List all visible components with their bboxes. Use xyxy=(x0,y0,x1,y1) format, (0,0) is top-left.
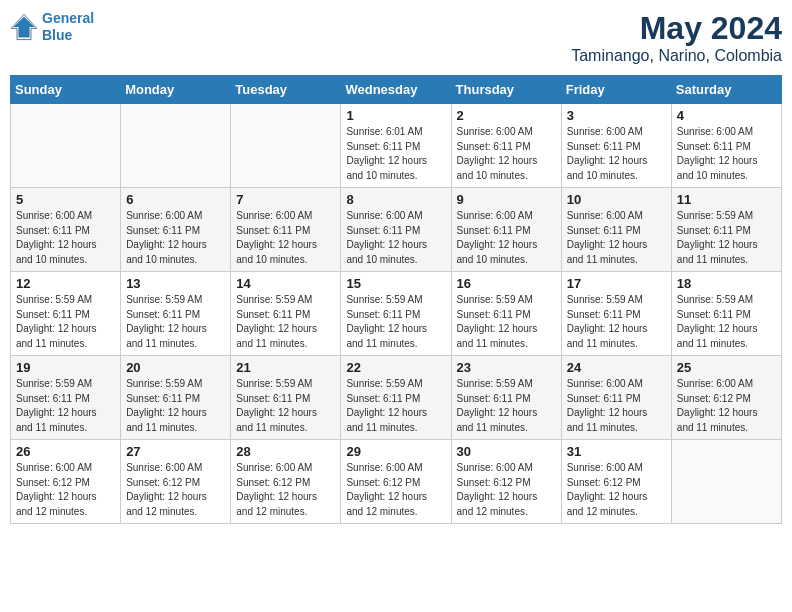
day-info: Sunrise: 5:59 AM Sunset: 6:11 PM Dayligh… xyxy=(16,377,115,435)
day-info: Sunrise: 5:59 AM Sunset: 6:11 PM Dayligh… xyxy=(16,293,115,351)
day-number: 23 xyxy=(457,360,556,375)
day-of-week-header: Wednesday xyxy=(341,76,451,104)
day-number: 31 xyxy=(567,444,666,459)
calendar-cell xyxy=(11,104,121,188)
calendar-cell: 31Sunrise: 6:00 AM Sunset: 6:12 PM Dayli… xyxy=(561,440,671,524)
day-number: 25 xyxy=(677,360,776,375)
day-info: Sunrise: 5:59 AM Sunset: 6:11 PM Dayligh… xyxy=(346,377,445,435)
day-info: Sunrise: 6:00 AM Sunset: 6:11 PM Dayligh… xyxy=(457,209,556,267)
day-info: Sunrise: 5:59 AM Sunset: 6:11 PM Dayligh… xyxy=(236,293,335,351)
calendar-week-row: 26Sunrise: 6:00 AM Sunset: 6:12 PM Dayli… xyxy=(11,440,782,524)
calendar-cell: 9Sunrise: 6:00 AM Sunset: 6:11 PM Daylig… xyxy=(451,188,561,272)
calendar-cell: 25Sunrise: 6:00 AM Sunset: 6:12 PM Dayli… xyxy=(671,356,781,440)
day-info: Sunrise: 6:00 AM Sunset: 6:12 PM Dayligh… xyxy=(126,461,225,519)
title-area: May 2024 Taminango, Narino, Colombia xyxy=(571,10,782,65)
calendar-cell: 7Sunrise: 6:00 AM Sunset: 6:11 PM Daylig… xyxy=(231,188,341,272)
day-info: Sunrise: 6:00 AM Sunset: 6:12 PM Dayligh… xyxy=(236,461,335,519)
logo: General Blue xyxy=(10,10,94,44)
calendar-cell: 29Sunrise: 6:00 AM Sunset: 6:12 PM Dayli… xyxy=(341,440,451,524)
day-info: Sunrise: 5:59 AM Sunset: 6:11 PM Dayligh… xyxy=(126,293,225,351)
page-header: General Blue May 2024 Taminango, Narino,… xyxy=(10,10,782,65)
day-number: 16 xyxy=(457,276,556,291)
day-number: 21 xyxy=(236,360,335,375)
day-number: 15 xyxy=(346,276,445,291)
calendar-cell: 20Sunrise: 5:59 AM Sunset: 6:11 PM Dayli… xyxy=(121,356,231,440)
day-number: 17 xyxy=(567,276,666,291)
day-info: Sunrise: 5:59 AM Sunset: 6:11 PM Dayligh… xyxy=(457,377,556,435)
day-number: 26 xyxy=(16,444,115,459)
calendar-cell: 30Sunrise: 6:00 AM Sunset: 6:12 PM Dayli… xyxy=(451,440,561,524)
day-number: 20 xyxy=(126,360,225,375)
calendar-cell xyxy=(671,440,781,524)
calendar-cell: 8Sunrise: 6:00 AM Sunset: 6:11 PM Daylig… xyxy=(341,188,451,272)
calendar-cell: 2Sunrise: 6:00 AM Sunset: 6:11 PM Daylig… xyxy=(451,104,561,188)
day-number: 14 xyxy=(236,276,335,291)
calendar-week-row: 12Sunrise: 5:59 AM Sunset: 6:11 PM Dayli… xyxy=(11,272,782,356)
day-info: Sunrise: 6:00 AM Sunset: 6:11 PM Dayligh… xyxy=(567,209,666,267)
day-info: Sunrise: 5:59 AM Sunset: 6:11 PM Dayligh… xyxy=(126,377,225,435)
day-of-week-header: Thursday xyxy=(451,76,561,104)
calendar-cell: 4Sunrise: 6:00 AM Sunset: 6:11 PM Daylig… xyxy=(671,104,781,188)
day-info: Sunrise: 6:00 AM Sunset: 6:12 PM Dayligh… xyxy=(567,461,666,519)
day-info: Sunrise: 6:00 AM Sunset: 6:11 PM Dayligh… xyxy=(677,125,776,183)
day-number: 3 xyxy=(567,108,666,123)
day-of-week-header: Friday xyxy=(561,76,671,104)
calendar-cell: 23Sunrise: 5:59 AM Sunset: 6:11 PM Dayli… xyxy=(451,356,561,440)
calendar-cell: 16Sunrise: 5:59 AM Sunset: 6:11 PM Dayli… xyxy=(451,272,561,356)
day-info: Sunrise: 5:59 AM Sunset: 6:11 PM Dayligh… xyxy=(236,377,335,435)
day-number: 2 xyxy=(457,108,556,123)
calendar-table: SundayMondayTuesdayWednesdayThursdayFrid… xyxy=(10,75,782,524)
calendar-cell: 1Sunrise: 6:01 AM Sunset: 6:11 PM Daylig… xyxy=(341,104,451,188)
day-number: 9 xyxy=(457,192,556,207)
calendar-cell: 6Sunrise: 6:00 AM Sunset: 6:11 PM Daylig… xyxy=(121,188,231,272)
day-info: Sunrise: 5:59 AM Sunset: 6:11 PM Dayligh… xyxy=(346,293,445,351)
calendar-cell: 24Sunrise: 6:00 AM Sunset: 6:11 PM Dayli… xyxy=(561,356,671,440)
day-info: Sunrise: 6:00 AM Sunset: 6:11 PM Dayligh… xyxy=(567,377,666,435)
day-info: Sunrise: 5:59 AM Sunset: 6:11 PM Dayligh… xyxy=(457,293,556,351)
day-info: Sunrise: 6:00 AM Sunset: 6:11 PM Dayligh… xyxy=(567,125,666,183)
calendar-week-row: 19Sunrise: 5:59 AM Sunset: 6:11 PM Dayli… xyxy=(11,356,782,440)
calendar-cell: 3Sunrise: 6:00 AM Sunset: 6:11 PM Daylig… xyxy=(561,104,671,188)
calendar-cell: 11Sunrise: 5:59 AM Sunset: 6:11 PM Dayli… xyxy=(671,188,781,272)
calendar-cell xyxy=(121,104,231,188)
calendar-cell: 22Sunrise: 5:59 AM Sunset: 6:11 PM Dayli… xyxy=(341,356,451,440)
day-number: 22 xyxy=(346,360,445,375)
calendar-cell: 28Sunrise: 6:00 AM Sunset: 6:12 PM Dayli… xyxy=(231,440,341,524)
day-number: 11 xyxy=(677,192,776,207)
calendar-week-row: 5Sunrise: 6:00 AM Sunset: 6:11 PM Daylig… xyxy=(11,188,782,272)
day-info: Sunrise: 5:59 AM Sunset: 6:11 PM Dayligh… xyxy=(567,293,666,351)
day-number: 13 xyxy=(126,276,225,291)
logo-text: General Blue xyxy=(42,10,94,44)
calendar-week-row: 1Sunrise: 6:01 AM Sunset: 6:11 PM Daylig… xyxy=(11,104,782,188)
day-number: 4 xyxy=(677,108,776,123)
day-number: 30 xyxy=(457,444,556,459)
day-info: Sunrise: 6:00 AM Sunset: 6:11 PM Dayligh… xyxy=(236,209,335,267)
day-info: Sunrise: 6:00 AM Sunset: 6:12 PM Dayligh… xyxy=(677,377,776,435)
day-number: 7 xyxy=(236,192,335,207)
day-number: 12 xyxy=(16,276,115,291)
calendar-cell: 12Sunrise: 5:59 AM Sunset: 6:11 PM Dayli… xyxy=(11,272,121,356)
day-of-week-header: Saturday xyxy=(671,76,781,104)
calendar-cell: 14Sunrise: 5:59 AM Sunset: 6:11 PM Dayli… xyxy=(231,272,341,356)
day-info: Sunrise: 6:00 AM Sunset: 6:12 PM Dayligh… xyxy=(346,461,445,519)
day-of-week-header: Monday xyxy=(121,76,231,104)
calendar-header-row: SundayMondayTuesdayWednesdayThursdayFrid… xyxy=(11,76,782,104)
calendar-cell: 26Sunrise: 6:00 AM Sunset: 6:12 PM Dayli… xyxy=(11,440,121,524)
calendar-cell: 10Sunrise: 6:00 AM Sunset: 6:11 PM Dayli… xyxy=(561,188,671,272)
day-number: 24 xyxy=(567,360,666,375)
day-number: 10 xyxy=(567,192,666,207)
day-number: 27 xyxy=(126,444,225,459)
day-info: Sunrise: 6:00 AM Sunset: 6:11 PM Dayligh… xyxy=(346,209,445,267)
day-info: Sunrise: 6:00 AM Sunset: 6:11 PM Dayligh… xyxy=(457,125,556,183)
day-number: 5 xyxy=(16,192,115,207)
calendar-cell xyxy=(231,104,341,188)
calendar-cell: 27Sunrise: 6:00 AM Sunset: 6:12 PM Dayli… xyxy=(121,440,231,524)
day-info: Sunrise: 6:00 AM Sunset: 6:11 PM Dayligh… xyxy=(16,209,115,267)
day-of-week-header: Tuesday xyxy=(231,76,341,104)
location-title: Taminango, Narino, Colombia xyxy=(571,47,782,65)
day-number: 6 xyxy=(126,192,225,207)
calendar-cell: 5Sunrise: 6:00 AM Sunset: 6:11 PM Daylig… xyxy=(11,188,121,272)
day-number: 28 xyxy=(236,444,335,459)
calendar-cell: 21Sunrise: 5:59 AM Sunset: 6:11 PM Dayli… xyxy=(231,356,341,440)
day-number: 19 xyxy=(16,360,115,375)
